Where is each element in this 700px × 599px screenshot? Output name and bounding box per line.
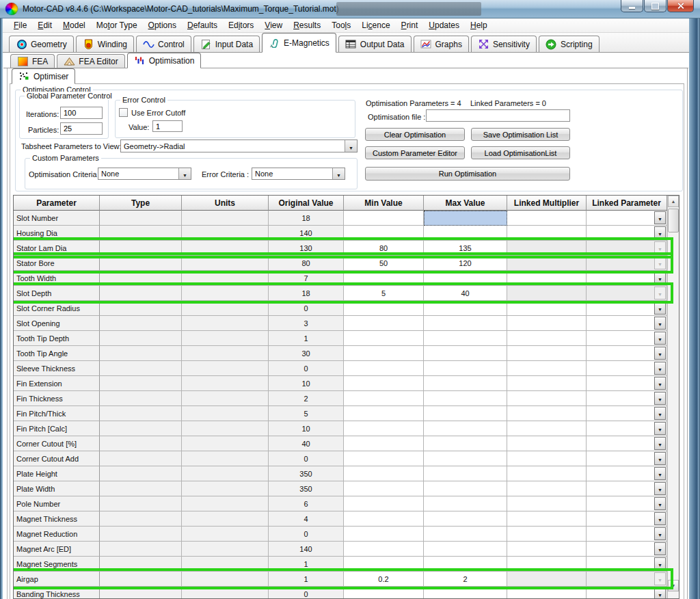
cell-min-value[interactable] — [344, 527, 424, 542]
cell-linked-multiplier[interactable] — [507, 211, 587, 226]
linked-parameter-dropdown[interactable] — [654, 226, 666, 239]
minimize-button[interactable] — [621, 0, 643, 12]
cell-min-value[interactable]: 50 — [344, 256, 424, 271]
cell-max-value[interactable] — [424, 587, 507, 599]
linked-parameter-dropdown[interactable] — [654, 211, 666, 224]
linked-parameter-dropdown[interactable] — [654, 542, 666, 555]
menu-item-model[interactable]: Model — [57, 19, 91, 31]
cell-linked-multiplier[interactable] — [507, 451, 587, 466]
menu-item-results[interactable]: Results — [288, 19, 326, 31]
tab-geometry[interactable]: Geometry — [9, 36, 74, 52]
combo-button[interactable] — [332, 168, 345, 179]
cell-max-value[interactable] — [424, 331, 507, 346]
cell-linked-parameter[interactable] — [587, 256, 667, 271]
tab-winding[interactable]: Winding — [76, 36, 134, 52]
cell-max-value[interactable]: 135 — [424, 241, 507, 256]
cell-max-value[interactable] — [424, 451, 507, 466]
cell-max-value[interactable] — [424, 496, 507, 511]
cell-linked-multiplier[interactable] — [507, 226, 587, 241]
cell-min-value[interactable] — [344, 271, 424, 286]
cell-linked-multiplier[interactable] — [507, 481, 587, 496]
cell-linked-multiplier[interactable] — [507, 286, 587, 301]
cell-linked-parameter[interactable] — [587, 376, 667, 391]
cell-linked-parameter[interactable] — [587, 587, 667, 599]
linked-parameter-dropdown[interactable] — [654, 332, 666, 345]
iterations-input[interactable] — [60, 107, 103, 119]
menu-item-print[interactable]: Print — [396, 19, 424, 31]
cell-max-value[interactable] — [424, 466, 507, 481]
cell-linked-parameter[interactable] — [587, 226, 667, 241]
linked-parameter-dropdown[interactable] — [654, 557, 666, 570]
cell-min-value[interactable] — [344, 557, 424, 572]
restore-button[interactable] — [644, 0, 667, 12]
cell-linked-multiplier[interactable] — [507, 271, 587, 286]
linked-parameter-dropdown[interactable] — [654, 377, 666, 390]
linked-parameter-dropdown[interactable] — [654, 347, 666, 360]
menu-item-licence[interactable]: Licence — [356, 19, 395, 31]
cell-min-value[interactable] — [344, 211, 424, 226]
cell-max-value[interactable] — [424, 511, 507, 527]
linked-parameter-dropdown[interactable] — [654, 407, 666, 420]
cell-linked-parameter[interactable] — [587, 301, 667, 316]
cell-min-value[interactable] — [344, 587, 424, 599]
error-criteria-select[interactable]: None — [252, 168, 345, 180]
cell-max-value[interactable] — [424, 316, 507, 331]
linked-parameter-dropdown[interactable] — [654, 467, 666, 480]
cell-linked-multiplier[interactable] — [507, 527, 587, 542]
cell-max-value[interactable]: 40 — [424, 286, 507, 301]
cell-linked-parameter[interactable] — [587, 241, 667, 256]
cell-max-value[interactable] — [424, 376, 507, 391]
cell-min-value[interactable]: 80 — [344, 241, 424, 256]
load-optimisation-list-button[interactable]: Load OptimisationList — [471, 146, 570, 159]
linked-parameter-dropdown[interactable] — [654, 437, 666, 450]
linked-parameter-dropdown[interactable] — [654, 302, 666, 315]
cell-min-value[interactable] — [344, 466, 424, 481]
cell-linked-multiplier[interactable] — [507, 331, 587, 346]
cell-max-value[interactable] — [424, 211, 507, 226]
linked-parameter-dropdown[interactable] — [654, 452, 666, 465]
cell-linked-parameter[interactable] — [587, 527, 667, 542]
menu-item-edit[interactable]: Edit — [32, 19, 57, 31]
cell-min-value[interactable] — [344, 436, 424, 451]
cell-min-value[interactable]: 5 — [344, 286, 424, 301]
cell-linked-multiplier[interactable] — [507, 572, 587, 587]
cell-linked-multiplier[interactable] — [507, 436, 587, 451]
cell-linked-multiplier[interactable] — [507, 376, 587, 391]
cell-max-value[interactable] — [424, 421, 507, 436]
cell-min-value[interactable]: 0.2 — [344, 572, 424, 587]
particles-input[interactable] — [60, 122, 103, 135]
cell-max-value[interactable] — [424, 481, 507, 496]
cell-linked-parameter[interactable] — [587, 361, 667, 376]
save-optimisation-list-button[interactable]: Save Optimisation List — [471, 128, 570, 141]
cell-min-value[interactable] — [344, 361, 424, 376]
cell-min-value[interactable] — [344, 316, 424, 331]
menu-item-defaults[interactable]: Defaults — [182, 19, 223, 31]
cell-linked-multiplier[interactable] — [507, 301, 587, 316]
menu-item-view[interactable]: View — [259, 19, 288, 31]
cell-linked-multiplier[interactable] — [507, 361, 587, 376]
cell-linked-parameter[interactable] — [587, 406, 667, 421]
cell-linked-multiplier[interactable] — [507, 406, 587, 421]
cell-linked-parameter[interactable] — [587, 481, 667, 496]
linked-parameter-dropdown[interactable] — [654, 527, 666, 540]
cell-linked-parameter[interactable] — [587, 436, 667, 451]
cell-max-value[interactable] — [424, 226, 507, 241]
linked-parameter-dropdown[interactable] — [654, 497, 666, 510]
use-error-cutoff-checkbox[interactable] — [119, 108, 128, 117]
cell-max-value[interactable] — [424, 301, 507, 316]
cell-max-value[interactable]: 120 — [424, 256, 507, 271]
close-button[interactable] — [667, 0, 694, 12]
cell-max-value[interactable] — [424, 557, 507, 572]
cell-linked-multiplier[interactable] — [507, 256, 587, 271]
cell-max-value[interactable] — [424, 346, 507, 361]
cell-max-value[interactable] — [424, 436, 507, 451]
cell-max-value[interactable] — [424, 406, 507, 421]
menu-item-file[interactable]: File — [8, 19, 32, 31]
cell-linked-parameter[interactable] — [587, 496, 667, 511]
cell-linked-multiplier[interactable] — [507, 511, 587, 527]
cell-min-value[interactable] — [344, 451, 424, 466]
menu-item-help[interactable]: Help — [465, 19, 493, 31]
linked-parameter-dropdown[interactable] — [654, 587, 666, 599]
cell-linked-parameter[interactable] — [587, 557, 667, 572]
cell-min-value[interactable] — [344, 331, 424, 346]
